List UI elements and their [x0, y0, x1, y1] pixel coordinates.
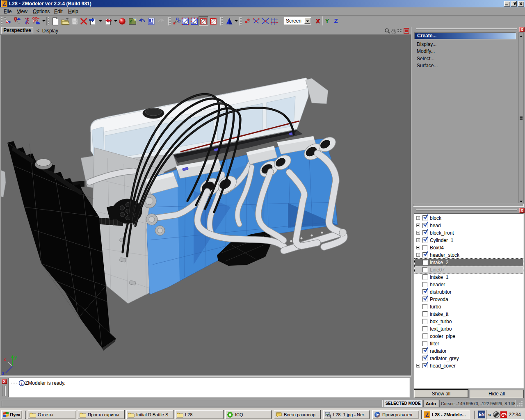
svg-text:x: x [4, 357, 6, 362]
svg-text:z: z [2, 371, 5, 375]
svg-text:Z: Z [425, 412, 429, 418]
svg-text:y: y [14, 355, 17, 360]
svg-text:Z: Z [2, 1, 6, 7]
svg-text:i: i [21, 381, 22, 386]
